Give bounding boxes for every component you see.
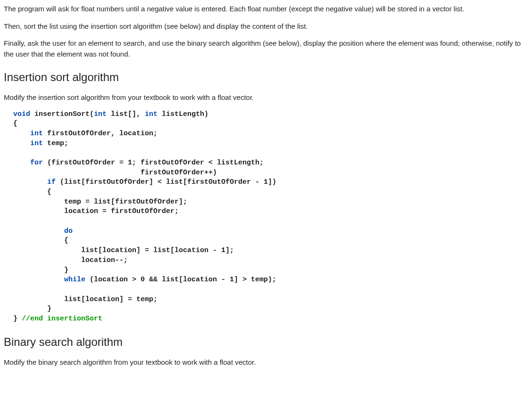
- code-text: }: [13, 315, 22, 323]
- code-keyword: int: [30, 139, 43, 147]
- code-text: [13, 178, 47, 186]
- code-keyword: if: [47, 178, 56, 186]
- code-keyword: do: [64, 227, 73, 235]
- code-text: list[],: [107, 110, 145, 118]
- code-text: temp;: [43, 139, 68, 147]
- code-text: [13, 276, 64, 284]
- code-comment: end insertionSort: [30, 315, 102, 323]
- intro-paragraph-2: Then, sort the list using the insertion …: [4, 21, 528, 32]
- code-text: location = firstOutOfOrder;: [13, 207, 179, 215]
- heading-binary-search: Binary search algorithm: [4, 334, 528, 351]
- code-text: firstOutOfOrder, location;: [43, 130, 158, 138]
- code-keyword: int: [94, 110, 107, 118]
- code-keyword: while: [64, 276, 85, 284]
- code-text: {: [13, 237, 68, 245]
- code-text: [13, 130, 30, 138]
- code-text: {: [13, 120, 17, 128]
- code-text: (list[firstOutOfOrder] < list[firstOutOf…: [56, 178, 276, 186]
- heading-insertion-sort: Insertion sort algorithm: [4, 69, 528, 86]
- code-text: listLength): [158, 110, 208, 118]
- code-text: firstOutOfOrder++): [13, 169, 217, 177]
- code-text: }: [13, 266, 68, 274]
- code-text: }: [13, 305, 51, 313]
- code-text: (firstOutOfOrder = 1; firstOutOfOrder < …: [43, 159, 264, 167]
- code-text: temp = list[firstOutOfOrder];: [13, 198, 187, 206]
- intro-paragraph-1: The program will ask for float numbers u…: [4, 4, 528, 15]
- code-keyword: for: [30, 159, 43, 167]
- code-comment: //: [22, 315, 30, 323]
- code-text: [13, 159, 30, 167]
- code-keyword: int: [145, 110, 158, 118]
- code-keyword: int: [30, 130, 43, 138]
- insertion-sort-code: void insertionSort(int list[], int listL…: [13, 110, 528, 324]
- intro-paragraph-3: Finally, ask the user for an element to …: [4, 38, 528, 59]
- insertion-sort-instruction: Modify the insertion sort algorithm from…: [4, 92, 528, 103]
- code-text: [13, 139, 30, 147]
- code-text: {: [13, 188, 51, 196]
- code-text: location--;: [13, 256, 128, 264]
- code-text: (location > 0 && list[location - 1] > te…: [85, 276, 276, 284]
- code-text: [13, 227, 64, 235]
- code-text: list[location] = temp;: [13, 295, 158, 303]
- code-text: list[location] = list[location - 1];: [13, 246, 234, 254]
- code-text: insertionSort(: [30, 110, 94, 118]
- binary-search-instruction: Modify the binary search algorithm from …: [4, 357, 528, 368]
- code-keyword: void: [13, 110, 30, 118]
